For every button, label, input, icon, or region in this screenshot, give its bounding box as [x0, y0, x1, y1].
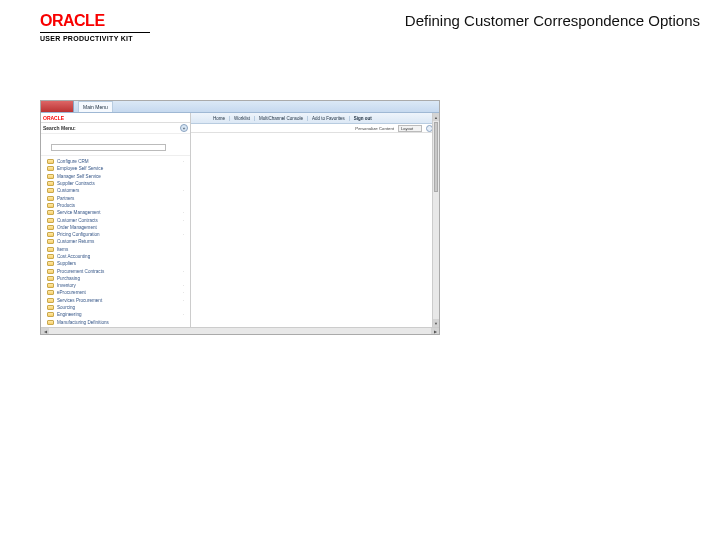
menu-item-label: Employee Self Service: [57, 166, 103, 171]
expand-indicator-icon: ·: [183, 210, 184, 215]
folder-icon: [47, 218, 54, 223]
menu-item-0[interactable]: Configure CRM·: [47, 158, 190, 165]
app-window: Main Menu ORACLE Search Menu: ›› Configu…: [40, 100, 440, 335]
folder-icon: [47, 298, 54, 303]
app-corner-brand: [41, 101, 74, 112]
nav-link-home[interactable]: Home: [209, 116, 230, 121]
main-menu-tab[interactable]: Main Menu: [78, 101, 113, 112]
folder-icon: [47, 203, 54, 208]
menu-item-label: Partners: [57, 196, 74, 201]
menu-item-label: Purchasing: [57, 276, 80, 281]
menu-item-19[interactable]: Services Procurement·: [47, 297, 190, 304]
menu-item-label: Customers: [57, 188, 79, 193]
nav-link-multichannel-console[interactable]: MultiChannel Console: [255, 116, 308, 121]
menu-item-9[interactable]: Order Management: [47, 224, 190, 231]
top-nav: HomeWorklistMultiChannel ConsoleAdd to F…: [191, 113, 439, 124]
search-menu-input[interactable]: [51, 144, 166, 151]
menu-item-20[interactable]: Sourcing: [47, 304, 190, 311]
menu-item-6[interactable]: Products: [47, 202, 190, 209]
content-area: [191, 133, 439, 327]
folder-icon: [47, 305, 54, 310]
expand-indicator-icon: ·: [183, 188, 184, 193]
scroll-thumb[interactable]: [434, 122, 438, 192]
nav-menu: Configure CRM·Employee Self ServiceManag…: [41, 156, 190, 327]
expand-indicator-icon: ·: [183, 298, 184, 303]
folder-icon: [47, 312, 54, 317]
folder-icon: [47, 159, 54, 164]
menu-item-3[interactable]: Supplier Contracts: [47, 180, 190, 187]
menu-item-5[interactable]: Partners: [47, 194, 190, 201]
personalize-bar: Personalize Content Layout: [191, 124, 439, 133]
menu-item-15[interactable]: Procurement Contracts·: [47, 267, 190, 274]
search-menu-label-row: Search Menu: ››: [41, 123, 190, 134]
search-go-button[interactable]: ››: [180, 124, 188, 132]
folder-icon: [47, 188, 54, 193]
menu-item-label: eProcurement: [57, 290, 86, 295]
menu-item-label: Products: [57, 203, 75, 208]
menu-item-4[interactable]: Customers·: [47, 187, 190, 194]
folder-icon: [47, 320, 54, 325]
menu-item-11[interactable]: Customer Returns: [47, 238, 190, 245]
menu-item-12[interactable]: Items: [47, 246, 190, 253]
personalize-select[interactable]: Layout: [398, 125, 422, 132]
menu-item-14[interactable]: Suppliers: [47, 260, 190, 267]
menu-item-label: Engineering: [57, 312, 82, 317]
menu-item-label: Cost Accounting: [57, 254, 90, 259]
menu-item-18[interactable]: eProcurement·: [47, 289, 190, 296]
sidebar: ORACLE Search Menu: ›› Configure CRM·Emp…: [41, 113, 191, 327]
menu-item-label: Manager Self Service: [57, 174, 101, 179]
menu-item-22[interactable]: Manufacturing Definitions: [47, 319, 190, 326]
oracle-logo: ORACLE: [40, 12, 150, 30]
menu-item-label: Sourcing: [57, 305, 75, 310]
expand-indicator-icon: ·: [183, 312, 184, 317]
folder-icon: [47, 181, 54, 186]
menu-item-2[interactable]: Manager Self Service: [47, 173, 190, 180]
brand-block: ORACLE USER PRODUCTIVITY KIT: [40, 12, 150, 42]
menu-item-label: Order Management: [57, 225, 97, 230]
vertical-scrollbar[interactable]: ▲ ▼: [432, 113, 439, 327]
horizontal-scrollbar[interactable]: ◀ ▶: [41, 327, 439, 334]
menu-item-label: Manufacturing Definitions: [57, 320, 109, 325]
expand-indicator-icon: ·: [183, 218, 184, 223]
folder-icon: [47, 166, 54, 171]
menu-item-13[interactable]: Cost Accounting: [47, 253, 190, 260]
folder-icon: [47, 276, 54, 281]
brand-subtitle: USER PRODUCTIVITY KIT: [40, 32, 150, 42]
nav-link-add-to-favorites[interactable]: Add to Favorites: [308, 116, 350, 121]
personalize-label: Personalize Content: [355, 126, 394, 131]
menu-item-16[interactable]: Purchasing: [47, 275, 190, 282]
menu-item-8[interactable]: Customer Contracts·: [47, 216, 190, 223]
menu-item-label: Services Procurement: [57, 298, 102, 303]
menu-item-label: Customer Returns: [57, 239, 94, 244]
folder-icon: [47, 290, 54, 295]
folder-icon: [47, 232, 54, 237]
menu-item-1[interactable]: Employee Self Service: [47, 165, 190, 172]
app-titlebar: Main Menu: [41, 101, 439, 113]
scroll-right-arrow-icon[interactable]: ▶: [431, 328, 439, 334]
scroll-down-arrow-icon[interactable]: ▼: [433, 319, 439, 327]
menu-item-17[interactable]: Inventory·: [47, 282, 190, 289]
nav-link-sign-out[interactable]: Sign out: [350, 116, 376, 121]
expand-indicator-icon: ·: [183, 290, 184, 295]
folder-icon: [47, 174, 54, 179]
scroll-left-arrow-icon[interactable]: ◀: [41, 328, 49, 334]
menu-item-label: Items: [57, 247, 68, 252]
menu-item-label: Customer Contracts: [57, 218, 98, 223]
menu-item-label: Service Management: [57, 210, 100, 215]
sidebar-oracle-logo: ORACLE: [41, 115, 64, 121]
expand-indicator-icon: ·: [183, 283, 184, 288]
folder-icon: [47, 283, 54, 288]
folder-icon: [47, 225, 54, 230]
menu-item-10[interactable]: Pricing Configuration·: [47, 231, 190, 238]
menu-item-21[interactable]: Engineering·: [47, 311, 190, 318]
folder-icon: [47, 196, 54, 201]
menu-item-label: Inventory: [57, 283, 76, 288]
folder-icon: [47, 269, 54, 274]
search-menu-label: Search Menu:: [43, 125, 76, 131]
menu-item-label: Suppliers: [57, 261, 76, 266]
folder-icon: [47, 247, 54, 252]
nav-link-worklist[interactable]: Worklist: [230, 116, 255, 121]
folder-icon: [47, 210, 54, 215]
menu-item-7[interactable]: Service Management·: [47, 209, 190, 216]
scroll-up-arrow-icon[interactable]: ▲: [433, 113, 439, 121]
